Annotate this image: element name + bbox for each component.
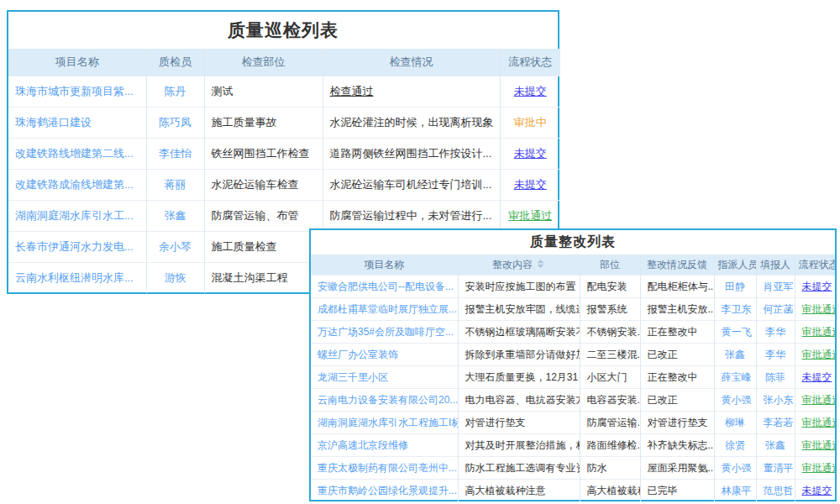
content-cell: 拆除到承重墙部分请做好加固... bbox=[458, 344, 580, 366]
inspection-situation-cell: 水泥砼灌注的时候，出现离析现象 bbox=[323, 108, 500, 139]
inspector-link[interactable]: 张鑫 bbox=[146, 201, 204, 232]
status-link[interactable]: 未提交 bbox=[795, 480, 835, 502]
project-name-link[interactable]: 湖南洞庭湖水库引水工... bbox=[8, 201, 146, 232]
assignee-link[interactable]: 黄一飞 bbox=[714, 321, 756, 344]
table-row: 改建铁路线增建第二线...李佳怡铁丝网围挡工作检查道路两侧铁丝网围挡工作按设计.… bbox=[8, 139, 560, 170]
column-header-label: 检查部位 bbox=[242, 55, 286, 68]
inspector-link[interactable]: 游恢 bbox=[146, 263, 204, 294]
project-name-link[interactable]: 珠海市城市更新项目紫... bbox=[8, 76, 146, 108]
assignee-link[interactable]: 徐贤 bbox=[714, 434, 756, 457]
status-link[interactable]: 未提交 bbox=[500, 76, 560, 108]
reporter-link[interactable]: 何芷菡 bbox=[756, 298, 795, 321]
column-header-label: 填报人 bbox=[760, 259, 790, 270]
feedback-cell: 配电柜柜体与... bbox=[640, 276, 714, 298]
inspector-link[interactable]: 蒋丽 bbox=[146, 170, 204, 201]
status-link[interactable]: 未提交 bbox=[795, 366, 835, 389]
project-name-link[interactable]: 京沪高速北京段维修 bbox=[311, 434, 458, 457]
inspection-situation-cell: 道路两侧铁丝网围挡工作按设计... bbox=[323, 139, 500, 170]
content-cell: 大理石质量更换，12月31日之... bbox=[458, 366, 580, 389]
feedback-cell: 报警主机安放... bbox=[640, 298, 714, 321]
status-link[interactable]: 审批通过 bbox=[795, 457, 835, 480]
status-link[interactable]: 审批通过 bbox=[795, 389, 835, 412]
inspection-part-cell: 防腐管运输、布管 bbox=[204, 201, 323, 232]
project-name-link[interactable]: 成都杜甫草堂临时展厅独立展... bbox=[311, 298, 458, 321]
project-name-link[interactable]: 珠海鹤港口建设 bbox=[8, 108, 146, 139]
sort-icon[interactable] bbox=[536, 259, 545, 269]
header-row: 项目名称质检员检查部位检查情况流程状态 bbox=[8, 49, 560, 76]
content-cell: 安装时应按施工图的布置，将... bbox=[458, 276, 580, 298]
status-link[interactable]: 审批通过 bbox=[795, 344, 835, 366]
reporter-link[interactable]: 李华 bbox=[756, 321, 795, 344]
assignee-link[interactable]: 林康平 bbox=[714, 480, 756, 502]
table-row: 湖南洞庭湖水库引水工程施工I标对管进行垫支防腐管运输...对管进行垫支柳琳李若若… bbox=[311, 412, 835, 434]
reporter-link[interactable]: 董清平 bbox=[756, 457, 795, 480]
assignee-link[interactable]: 李卫东 bbox=[714, 298, 756, 321]
inspector-link[interactable]: 陈巧凤 bbox=[146, 108, 204, 139]
reporter-link[interactable]: 张鑫 bbox=[756, 434, 795, 457]
project-name-link[interactable]: 云南电力设备安装有限公司20... bbox=[311, 389, 458, 412]
status-link[interactable]: 审批通过 bbox=[500, 201, 560, 232]
status-link[interactable]: 审批通过 bbox=[795, 434, 835, 457]
column-header-part: 检查部位 bbox=[204, 49, 323, 76]
project-name-link[interactable]: 改建铁路成渝线增建第... bbox=[8, 170, 146, 201]
reporter-link[interactable]: 李若若 bbox=[756, 412, 795, 434]
status-link[interactable]: 未提交 bbox=[500, 139, 560, 170]
status-link[interactable]: 未提交 bbox=[795, 276, 835, 298]
column-header-assignee: 指派人员 bbox=[714, 255, 756, 276]
table-row: 改建铁路成渝线增建第...蒋丽水泥砼运输车检查水泥砼运输车司机经过专门培训...… bbox=[8, 170, 560, 201]
part-cell: 防腐管运输... bbox=[580, 412, 640, 434]
table-row: 京沪高速北京段维修对其及时开展整治措施，桥头...路面维修检...补齐缺失标志.… bbox=[311, 434, 835, 457]
part-cell: 高大植被栽种 bbox=[580, 480, 640, 502]
dashboard-canvas: { "colors": { "panel_border": "#29a9d9",… bbox=[0, 0, 840, 504]
column-header-content[interactable]: 整改内容 bbox=[458, 255, 580, 276]
assignee-link[interactable]: 田静 bbox=[714, 276, 756, 298]
table-row: 重庆市鹅岭公园绿化景观提升...高大植被栽种注意高大植被栽种已完毕林康平范思哲未… bbox=[311, 480, 835, 502]
inspector-link[interactable]: 陈丹 bbox=[146, 76, 204, 108]
reporter-link[interactable]: 肖亚军 bbox=[756, 276, 795, 298]
project-name-link[interactable]: 改建铁路线增建第二线... bbox=[8, 139, 146, 170]
reporter-link[interactable]: 李华 bbox=[756, 344, 795, 366]
project-name-link[interactable]: 云南水利枢纽潜明水库... bbox=[8, 263, 146, 294]
column-header-status: 流程状态 bbox=[795, 255, 835, 276]
feedback-cell: 已改正 bbox=[640, 389, 714, 412]
project-name-link[interactable]: 长春市伊通河水力发电... bbox=[8, 232, 146, 263]
status-link[interactable]: 审批通过 bbox=[795, 298, 835, 321]
column-header-label: 部位 bbox=[600, 259, 620, 270]
content-cell: 不锈钢边框玻璃隔断安装不牢... bbox=[458, 321, 580, 344]
project-name-link[interactable]: 湖南洞庭湖水库引水工程施工I标 bbox=[311, 412, 458, 434]
column-header-project: 项目名称 bbox=[311, 255, 458, 276]
column-header-situation: 检查情况 bbox=[323, 49, 500, 76]
inspection-situation-cell: 检查通过 bbox=[323, 76, 500, 108]
status-link[interactable]: 未提交 bbox=[500, 170, 560, 201]
inspector-link[interactable]: 李佳怡 bbox=[146, 139, 204, 170]
column-header-part: 部位 bbox=[580, 255, 640, 276]
status-link[interactable]: 审批通过 bbox=[795, 412, 835, 434]
status-link[interactable]: 审批通过 bbox=[795, 321, 835, 344]
part-cell: 小区大门 bbox=[580, 366, 640, 389]
project-name-link[interactable]: 龙湖三千里小区 bbox=[311, 366, 458, 389]
assignee-link[interactable]: 柳琳 bbox=[714, 412, 756, 434]
reporter-link[interactable]: 范思哲 bbox=[756, 480, 795, 502]
inspection-part-cell: 铁丝网围挡工作检查 bbox=[204, 139, 323, 170]
assignee-link[interactable]: 黄小强 bbox=[714, 457, 756, 480]
content-cell: 防水工程施工选调有专业资质... bbox=[458, 457, 580, 480]
content-cell: 报警主机安放牢固，线缆连接... bbox=[458, 298, 580, 321]
part-cell: 路面维修检... bbox=[580, 434, 640, 457]
project-name-link[interactable]: 万达广场35#会所及咖啡厅空... bbox=[311, 321, 458, 344]
table-row: 湖南洞庭湖水库引水工...张鑫防腐管运输、布管防腐管运输过程中，未对管进行...… bbox=[8, 201, 560, 232]
project-name-link[interactable]: 螺丝厂办公室装饰 bbox=[311, 344, 458, 366]
project-name-link[interactable]: 重庆市鹅岭公园绿化景观提升... bbox=[311, 480, 458, 502]
project-name-link[interactable]: 重庆太极制药有限公司亳州中... bbox=[311, 457, 458, 480]
inspection-part-cell: 水泥砼运输车检查 bbox=[204, 170, 323, 201]
assignee-link[interactable]: 黄小强 bbox=[714, 389, 756, 412]
column-header-label: 流程状态 bbox=[508, 55, 552, 68]
table-row: 安徽合肥供电公司--配电设备...安装时应按施工图的布置，将...配电安装配电柜… bbox=[311, 276, 835, 298]
reporter-link[interactable]: 陈菲 bbox=[756, 366, 795, 389]
status-link[interactable]: 审批中 bbox=[500, 108, 560, 139]
inspection-situation-cell: 水泥砼运输车司机经过专门培训... bbox=[323, 170, 500, 201]
inspector-link[interactable]: 余小琴 bbox=[146, 232, 204, 263]
assignee-link[interactable]: 薛宝峰 bbox=[714, 366, 756, 389]
project-name-link[interactable]: 安徽合肥供电公司--配电设备... bbox=[311, 276, 458, 298]
assignee-link[interactable]: 张鑫 bbox=[714, 344, 756, 366]
reporter-link[interactable]: 张小东 bbox=[756, 389, 795, 412]
